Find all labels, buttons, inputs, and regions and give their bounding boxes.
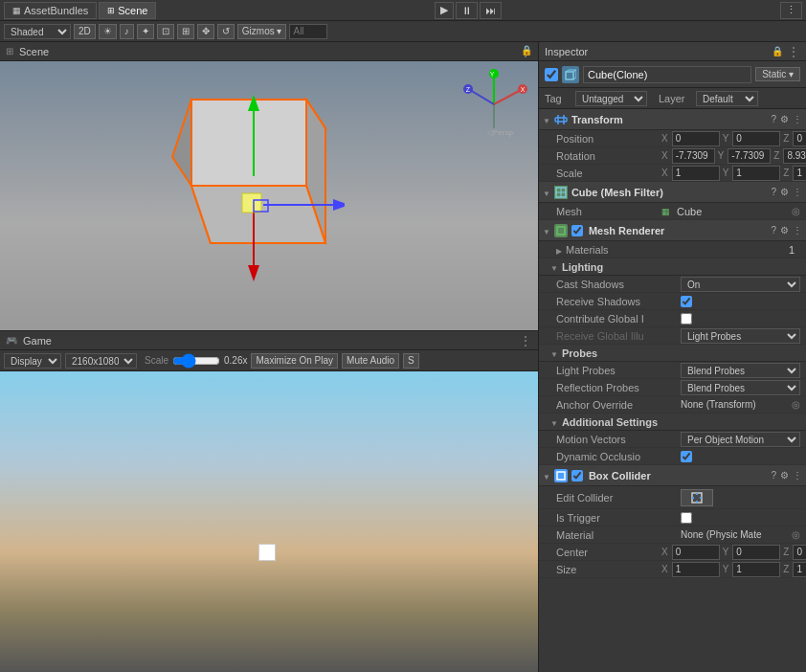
materials-arrow[interactable] [556,244,562,256]
mf-more-icon[interactable]: ⋮ [793,187,802,197]
bc-help-icon[interactable]: ? [771,470,776,481]
inspector-more-icon[interactable]: ⋮ [787,44,800,59]
search-input[interactable] [289,24,327,39]
static-badge[interactable]: Static ▾ [755,67,800,81]
game-cube-object [258,544,276,561]
bc-more-icon[interactable]: ⋮ [793,470,802,481]
mf-help-icon[interactable]: ? [771,187,776,197]
tab-scene[interactable]: ⊞ Scene [99,2,156,19]
materials-label: Materials [566,244,671,256]
rot-y-field[interactable] [728,148,771,164]
motion-vectors-row: Motion Vectors Per Object Motion Camera … [539,431,806,448]
svg-text:Y: Y [490,71,495,78]
mr-help-icon[interactable]: ? [771,225,776,235]
scale-row: Scale X Y Z [539,165,806,182]
receive-gi-dropdown[interactable]: Light Probes Lightmaps [681,328,800,344]
rot-x-field[interactable] [672,148,715,164]
box-collider-header[interactable]: Box Collider ? ⚙ ⋮ [539,465,806,486]
object-active-checkbox[interactable] [545,68,558,81]
scale-y-field[interactable] [732,166,780,181]
lighting-section-header[interactable]: Lighting [539,258,806,276]
mesh-renderer-header[interactable]: Mesh Renderer ? ⚙ ⋮ [539,220,806,241]
shaded-dropdown[interactable]: Shaded [4,24,71,39]
play-button[interactable]: ▶ [435,2,454,19]
layer-dropdown[interactable]: Default [696,91,758,106]
lighting-title: Lighting [562,261,603,273]
scene-view[interactable]: Y X Z ◁Persp [0,61,538,331]
transform-header[interactable]: Transform ? ⚙ ⋮ [539,109,806,130]
transform-more-icon[interactable]: ⋮ [793,114,802,124]
pos-y-field[interactable] [732,131,780,146]
bc-settings-icon[interactable]: ⚙ [780,470,789,481]
size-x-field[interactable] [672,562,720,577]
more-options-button[interactable]: ⋮ [780,2,802,19]
edit-collider-button[interactable] [681,489,713,506]
mesh-filter-header[interactable]: Cube (Mesh Filter) ? ⚙ ⋮ [539,182,806,203]
receive-shadows-checkbox[interactable] [681,296,692,307]
motion-vectors-dropdown[interactable]: Per Object Motion Camera Motion Force No… [681,432,800,447]
pause-button[interactable]: ⏸ [456,2,478,19]
cast-shadows-dropdown[interactable]: On Off Two Sided Shadows Only [681,277,800,292]
display-select[interactable]: Display 1 [4,353,61,369]
transform-help-icon[interactable]: ? [771,114,776,124]
resolution-select[interactable]: 2160x1080 [65,353,137,369]
mr-settings-icon[interactable]: ⚙ [780,225,789,235]
center-y-field[interactable] [732,545,780,560]
probes-section-header[interactable]: Probes [539,345,806,362]
center-z-field[interactable] [793,545,806,560]
object-name-field[interactable] [583,66,751,83]
gizmos-button[interactable]: Gizmos ▾ [237,24,287,39]
scene-extra2[interactable]: ⊞ [177,24,194,39]
collider-material-select-icon[interactable]: ◎ [792,529,800,540]
scene-title: Scene [19,46,49,57]
mr-more-icon[interactable]: ⋮ [793,225,802,235]
additional-settings-header[interactable]: Additional Settings [539,414,806,431]
box-collider-arrow [543,470,550,482]
reflection-probes-dropdown[interactable]: Blend Probes [681,380,800,395]
center-x-field[interactable] [672,545,720,560]
size-y-field[interactable] [732,562,780,577]
receive-gi-label: Receive Global Illu [556,330,681,342]
game-background [0,371,538,672]
center-fields: X Y Z [661,545,806,560]
transform-settings-icon[interactable]: ⚙ [780,114,789,124]
tag-dropdown[interactable]: Untagged [575,91,647,106]
inspector-lock-icon[interactable]: 🔒 [772,46,783,56]
anchor-override-row: Anchor Override None (Transform) ◎ [539,396,806,414]
scale-x-field[interactable] [672,166,720,181]
scene-extra3[interactable]: ✥ [197,24,214,39]
2d-button[interactable]: 2D [74,24,96,39]
mesh-select-icon[interactable]: ◎ [792,206,800,216]
fx-button[interactable]: ✦ [137,24,154,39]
stats-button[interactable]: S [403,353,419,369]
rot-z-field[interactable] [783,148,806,164]
contribute-gi-checkbox[interactable] [681,313,692,325]
lighting-button[interactable]: ☀ [99,24,117,39]
mute-audio-button[interactable]: Mute Audio [342,353,399,369]
light-probes-dropdown[interactable]: Blend Probes [681,363,800,378]
scene-extra1[interactable]: ⊡ [157,24,174,39]
scene-extra4[interactable]: ↺ [217,24,235,39]
pos-x-field[interactable] [672,131,720,146]
pos-z-field[interactable] [793,131,806,146]
gizmo-widget[interactable]: Y X Z ◁Persp [459,66,530,143]
mesh-renderer-enabled[interactable] [571,225,583,236]
size-label: Size [556,564,661,575]
scene-lock-icon: 🔒 [521,45,532,56]
maximize-on-play-button[interactable]: Maximize On Play [251,353,338,369]
mf-settings-icon[interactable]: ⚙ [780,187,789,197]
is-trigger-checkbox[interactable] [681,512,692,524]
scale-z-field[interactable] [793,166,806,181]
game-more-icon[interactable]: ⋮ [519,333,532,348]
audio-button[interactable]: ♪ [120,24,134,39]
anchor-select-icon[interactable]: ◎ [792,399,800,410]
position-fields: X Y Z [661,131,806,146]
box-collider-enabled[interactable] [571,470,583,482]
tab-asset-bundles[interactable]: ▦ AssetBundles [4,2,97,19]
step-button[interactable]: ⏭ [480,2,502,19]
svg-rect-37 [557,227,565,235]
scale-slider[interactable] [172,354,220,368]
size-z-field[interactable] [793,562,806,577]
game-view[interactable] [0,371,538,672]
dynamic-occlusion-checkbox[interactable] [681,451,692,462]
